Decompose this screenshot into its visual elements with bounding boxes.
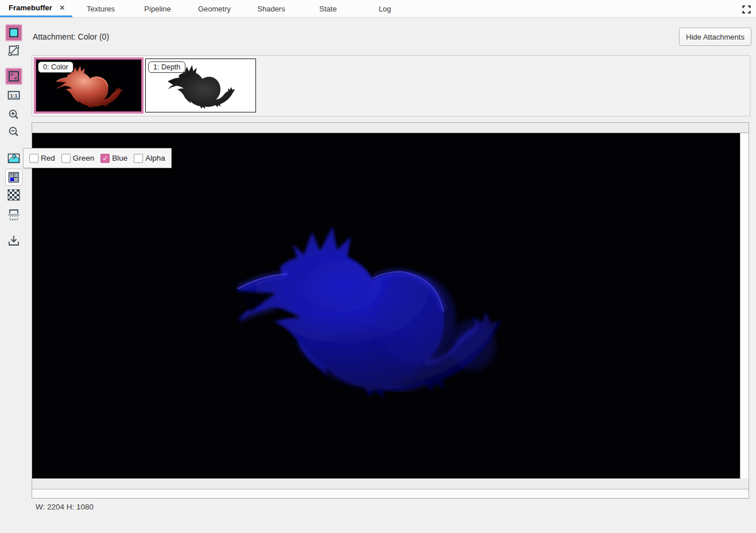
channel-checkbox-alpha[interactable]: ✓ Alpha	[134, 154, 165, 163]
tab-state[interactable]: State	[300, 0, 356, 17]
tab-geometry-label: Geometry	[198, 5, 231, 13]
channel-label-green: Green	[73, 154, 95, 162]
channel-label-alpha: Alpha	[145, 154, 165, 162]
flip-vertical-icon[interactable]	[5, 207, 22, 223]
background-transparent-icon[interactable]	[5, 42, 22, 59]
channel-label-red: Red	[41, 154, 55, 162]
tab-geometry[interactable]: Geometry	[186, 0, 243, 17]
tab-log-label: Log	[379, 5, 391, 13]
tab-bar: Framebuffer ✕ Textures Pipeline Geometry…	[0, 0, 756, 18]
tab-framebuffer[interactable]: Framebuffer ✕	[0, 0, 72, 17]
svg-text:A: A	[15, 177, 17, 181]
tab-shaders[interactable]: Shaders	[243, 0, 300, 17]
channels-icon[interactable]: R G A	[5, 169, 22, 186]
viewport-bottom-gap	[32, 478, 749, 489]
attachments-strip: 0: Color 1: Depth	[32, 55, 750, 116]
zoom-fit-icon[interactable]	[5, 68, 22, 85]
check-icon: ✓	[102, 155, 108, 162]
tab-textures-label: Textures	[87, 5, 115, 13]
fullscreen-icon[interactable]	[740, 3, 753, 15]
horizontal-scrollbar[interactable]	[32, 489, 749, 498]
tab-shaders-label: Shaders	[257, 5, 285, 13]
checkbox-box[interactable]: ✓	[134, 154, 143, 163]
tab-textures[interactable]: Textures	[72, 0, 129, 17]
save-icon[interactable]	[5, 233, 22, 249]
vertical-scrollbar[interactable]	[740, 133, 749, 478]
zoom-actual-icon[interactable]: 1:1	[5, 87, 22, 103]
channel-checkbox-red[interactable]: ✓ Red	[29, 154, 55, 163]
dimensions-status: W: 2204 H: 1080	[36, 503, 94, 511]
channel-checkbox-green[interactable]: ✓ Green	[61, 154, 95, 163]
tab-pipeline[interactable]: Pipeline	[129, 0, 186, 17]
attachment-thumbnail-depth[interactable]: 1: Depth	[145, 59, 256, 112]
attachment-header-label: Attachment: Color (0)	[33, 32, 109, 41]
channel-checkbox-blue[interactable]: ✓ Blue	[100, 154, 127, 163]
checkerboard-icon[interactable]	[5, 187, 22, 203]
attachment-badge: 1: Depth	[148, 61, 185, 73]
channels-overlay: ✓ Red ✓ Green ✓ Blue ✓ Alpha	[23, 148, 172, 168]
svg-text:R: R	[11, 173, 13, 177]
close-icon[interactable]: ✕	[59, 4, 65, 11]
image-icon[interactable]	[5, 150, 22, 166]
checkbox-box[interactable]: ✓	[61, 154, 71, 163]
checkbox-box[interactable]: ✓	[100, 154, 110, 163]
zoom-actual-label: 1:1	[10, 93, 17, 99]
channel-label-blue: Blue	[112, 154, 127, 162]
background-color-icon[interactable]	[5, 24, 22, 41]
dragon-render	[227, 217, 507, 411]
attachment-thumbnail-color[interactable]: 0: Color	[34, 57, 144, 114]
zoom-in-icon[interactable]	[5, 107, 22, 123]
tab-state-label: State	[319, 5, 336, 13]
viewport-top-ruler	[32, 123, 749, 133]
framebuffer-viewport	[32, 122, 749, 499]
checkbox-box[interactable]: ✓	[29, 154, 38, 163]
tab-pipeline-label: Pipeline	[144, 5, 170, 13]
attachment-badge: 0: Color	[38, 61, 73, 73]
svg-text:G: G	[14, 173, 17, 177]
tab-log[interactable]: Log	[356, 0, 413, 17]
zoom-out-icon[interactable]	[5, 124, 22, 140]
hide-attachments-button[interactable]: Hide Attachments	[679, 28, 751, 46]
tab-framebuffer-label: Framebuffer	[9, 3, 52, 12]
render-canvas[interactable]	[32, 133, 740, 478]
left-toolbar: 1:1 R G A	[5, 24, 23, 249]
